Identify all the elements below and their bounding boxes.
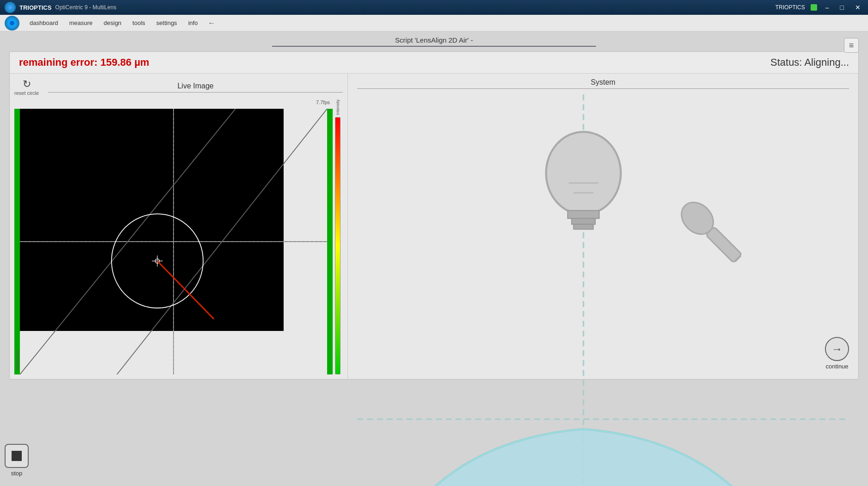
- stop-icon: [5, 444, 29, 468]
- live-image-section: ↻ reset circle Live Image 7.7fps: [10, 74, 347, 379]
- menu-tools[interactable]: tools: [128, 18, 149, 28]
- menu-bar: dashboard measure design tools settings …: [0, 15, 868, 31]
- left-green-bar: [14, 109, 20, 374]
- intensity-bar: [335, 117, 341, 374]
- menu-dashboard[interactable]: dashboard: [25, 18, 62, 28]
- menu-measure[interactable]: measure: [64, 18, 97, 28]
- reset-circle-label: reset circle: [14, 90, 39, 96]
- intensity-label: Intensity: [335, 100, 340, 115]
- title-bar-right: TRIOPTICS – □ ✕: [775, 4, 863, 11]
- title-bar-left: TRIOPTICS OptiCentric 9 - MultiLens: [5, 2, 116, 13]
- app-logo: [5, 2, 16, 13]
- live-camera-view[interactable]: [20, 109, 284, 331]
- menu-logo: [5, 16, 19, 31]
- svg-point-15: [546, 132, 621, 215]
- system-diagram: 1mm: [357, 93, 849, 486]
- panel-header: remaining error: 159.86 µm Status: Align…: [10, 52, 858, 74]
- status-indicator: [811, 4, 817, 11]
- svg-rect-18: [568, 211, 599, 218]
- svg-point-1: [10, 21, 14, 25]
- stop-square-icon: [12, 451, 22, 461]
- continue-icon: →: [825, 337, 849, 361]
- restore-button[interactable]: □: [837, 4, 847, 11]
- script-title: Script 'LensAlign 2D Air' -: [272, 36, 596, 47]
- sharpness-label: Sharpness: [15, 350, 20, 370]
- reset-circle-icon: ↻: [23, 78, 31, 90]
- continue-button[interactable]: → continue: [825, 337, 849, 370]
- menu-design[interactable]: design: [99, 18, 126, 28]
- reset-circle-button[interactable]: ↻ reset circle: [14, 78, 39, 96]
- main-content: Script 'LensAlign 2D Air' - ≡ remaining …: [0, 31, 868, 486]
- main-panel: remaining error: 159.86 µm Status: Align…: [9, 51, 859, 380]
- close-button[interactable]: ✕: [852, 4, 863, 11]
- settings-button[interactable]: ≡: [844, 38, 859, 53]
- panel-body: ↻ reset circle Live Image 7.7fps: [10, 74, 858, 379]
- app-title: TRIOPTICS: [19, 4, 51, 11]
- svg-rect-22: [706, 227, 742, 263]
- continue-label: continue: [825, 363, 848, 370]
- fps-label: 7.7fps: [316, 100, 330, 105]
- right-green-bar: [327, 109, 333, 374]
- svg-rect-20: [574, 224, 594, 230]
- system-diagram-svg: 1mm: [357, 93, 849, 486]
- window-title: OptiCentric 9 - MultiLens: [55, 4, 116, 11]
- remaining-error-label: remaining error: 159.86 µm: [19, 56, 149, 69]
- live-image-label: Live Image: [48, 82, 343, 93]
- status-label: Status: Aligning...: [770, 56, 849, 69]
- trioptics-user-label: TRIOPTICS: [775, 4, 805, 11]
- menu-settings[interactable]: settings: [152, 18, 182, 28]
- system-label: System: [357, 78, 849, 89]
- stop-label: stop: [11, 470, 23, 477]
- back-arrow-icon[interactable]: ←: [208, 19, 216, 27]
- stop-button[interactable]: stop: [5, 444, 29, 477]
- intensity-bar-container: Intensity: [333, 100, 343, 374]
- minimize-button[interactable]: –: [823, 4, 832, 11]
- image-container: 7.7fps: [14, 100, 343, 374]
- live-image-header: ↻ reset circle Live Image: [14, 78, 343, 96]
- bottom-controls: stop: [5, 444, 29, 477]
- title-bar: TRIOPTICS OptiCentric 9 - MultiLens TRIO…: [0, 0, 868, 15]
- system-section: System: [348, 74, 858, 379]
- svg-rect-19: [571, 218, 595, 224]
- menu-info[interactable]: info: [184, 18, 203, 28]
